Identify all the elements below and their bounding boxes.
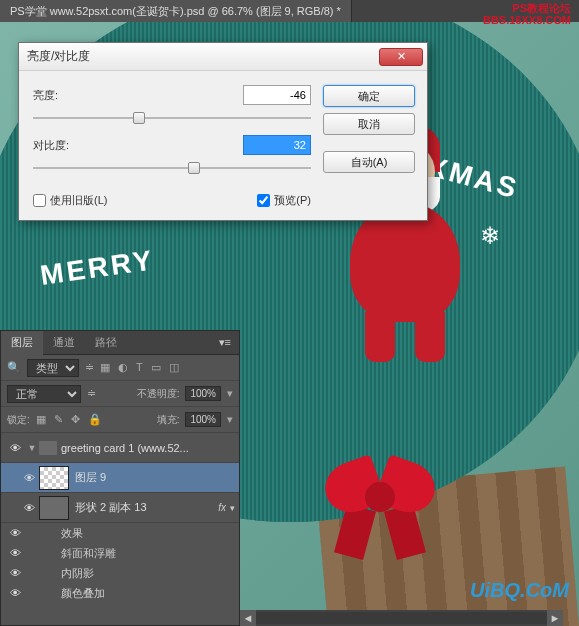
snowflake-icon: ❄ xyxy=(480,222,500,250)
layer-name[interactable]: 形状 2 副本 13 xyxy=(75,500,218,515)
chevron-down-icon[interactable]: ▾ xyxy=(230,503,235,513)
horizontal-scrollbar[interactable]: ◄ ► xyxy=(240,610,563,626)
expand-toggle[interactable]: ▼ xyxy=(25,443,39,453)
filter-adjust-icon[interactable]: ◐ xyxy=(118,361,128,374)
layer-thumbnail[interactable] xyxy=(39,466,69,490)
scroll-track[interactable] xyxy=(256,612,547,624)
dialog-title: 亮度/对比度 xyxy=(27,48,379,65)
tab-paths[interactable]: 路径 xyxy=(85,331,127,355)
tab-channels[interactable]: 通道 xyxy=(43,331,85,355)
search-icon[interactable]: 🔍 xyxy=(7,361,21,374)
blend-mode-select[interactable]: 正常 xyxy=(7,385,81,403)
layer-name[interactable]: 图层 9 xyxy=(75,470,235,485)
legacy-checkbox-input[interactable] xyxy=(33,194,46,207)
effect-item[interactable]: 👁 内阴影 xyxy=(1,563,239,583)
brightness-slider[interactable] xyxy=(33,109,311,127)
visibility-toggle[interactable]: 👁 xyxy=(5,442,25,454)
layer-thumbnail[interactable] xyxy=(39,496,69,520)
filter-type-icon[interactable]: T xyxy=(136,361,143,374)
lock-position-icon[interactable]: ✥ xyxy=(71,413,80,426)
visibility-toggle[interactable]: 👁 xyxy=(5,547,25,559)
watermark-top: PS教程论坛 BBS.16XX8.COM xyxy=(483,2,571,26)
opacity-label: 不透明度: xyxy=(137,387,180,401)
document-tab-title: PS学堂 www.52psxt.com(圣诞贺卡).psd @ 66.7% (图… xyxy=(10,4,341,19)
scroll-right-button[interactable]: ► xyxy=(547,610,563,626)
scroll-left-button[interactable]: ◄ xyxy=(240,610,256,626)
visibility-toggle[interactable]: 👁 xyxy=(19,502,39,514)
close-button[interactable]: ✕ xyxy=(379,48,423,66)
brightness-input[interactable] xyxy=(243,85,311,105)
contrast-label: 对比度: xyxy=(33,138,93,153)
close-icon: ✕ xyxy=(397,50,406,63)
ok-button[interactable]: 确定 xyxy=(323,85,415,107)
effect-item[interactable]: 👁 斜面和浮雕 xyxy=(1,543,239,563)
lock-transparency-icon[interactable]: ▦ xyxy=(36,413,46,426)
folder-icon xyxy=(39,441,57,455)
visibility-toggle[interactable]: 👁 xyxy=(5,567,25,579)
auto-button[interactable]: 自动(A) xyxy=(323,151,415,173)
dialog-titlebar[interactable]: 亮度/对比度 ✕ xyxy=(19,43,427,71)
document-tab[interactable]: PS学堂 www.52psxt.com(圣诞贺卡).psd @ 66.7% (图… xyxy=(0,0,352,22)
filter-smart-icon[interactable]: ◫ xyxy=(169,361,179,374)
fill-value[interactable]: 100% xyxy=(185,412,221,427)
cancel-button[interactable]: 取消 xyxy=(323,113,415,135)
brightness-contrast-dialog: 亮度/对比度 ✕ 亮度: 对比度: xyxy=(18,42,428,221)
panel-tabs: 图层 通道 路径 ▾≡ xyxy=(1,331,239,355)
layer-name[interactable]: greeting card 1 (www.52... xyxy=(61,442,235,454)
tab-layers[interactable]: 图层 xyxy=(1,331,43,355)
lock-pixels-icon[interactable]: ✎ xyxy=(54,413,63,426)
visibility-toggle[interactable]: 👁 xyxy=(5,587,25,599)
bow-graphic xyxy=(320,452,440,552)
watermark-bottom: UiBQ.CoM xyxy=(470,579,569,602)
filter-pixel-icon[interactable]: ▦ xyxy=(100,361,110,374)
contrast-slider[interactable] xyxy=(33,159,311,177)
effect-item[interactable]: 👁 颜色叠加 xyxy=(1,583,239,603)
visibility-toggle[interactable]: 👁 xyxy=(19,472,39,484)
fill-label: 填充: xyxy=(157,413,180,427)
slider-thumb[interactable] xyxy=(133,112,145,124)
layers-panel: 图层 通道 路径 ▾≡ 🔍 类型 ≑ ▦ ◐ T ▭ ◫ 正常 ≑ 不透明度: … xyxy=(0,330,240,626)
preview-checkbox-input[interactable] xyxy=(257,194,270,207)
layer-item[interactable]: 👁 图层 9 xyxy=(1,463,239,493)
filter-shape-icon[interactable]: ▭ xyxy=(151,361,161,374)
layer-group-item[interactable]: 👁 ▼ greeting card 1 (www.52... xyxy=(1,433,239,463)
layer-list: 👁 ▼ greeting card 1 (www.52... 👁 图层 9 👁 … xyxy=(1,433,239,603)
opacity-value[interactable]: 100% xyxy=(185,386,221,401)
lock-all-icon[interactable]: 🔒 xyxy=(88,413,102,426)
effects-header[interactable]: 👁 效果 xyxy=(1,523,239,543)
fx-badge[interactable]: fx xyxy=(218,502,226,513)
filter-kind-select[interactable]: 类型 xyxy=(27,359,79,377)
slider-thumb[interactable] xyxy=(188,162,200,174)
layer-item[interactable]: 👁 形状 2 副本 13 fx ▾ xyxy=(1,493,239,523)
legacy-checkbox[interactable]: 使用旧版(L) xyxy=(33,193,107,208)
visibility-toggle[interactable]: 👁 xyxy=(5,527,25,539)
brightness-label: 亮度: xyxy=(33,88,93,103)
preview-checkbox[interactable]: 预览(P) xyxy=(257,193,311,208)
contrast-input[interactable] xyxy=(243,135,311,155)
lock-label: 锁定: xyxy=(7,413,30,427)
panel-menu-icon[interactable]: ▾≡ xyxy=(211,336,239,349)
